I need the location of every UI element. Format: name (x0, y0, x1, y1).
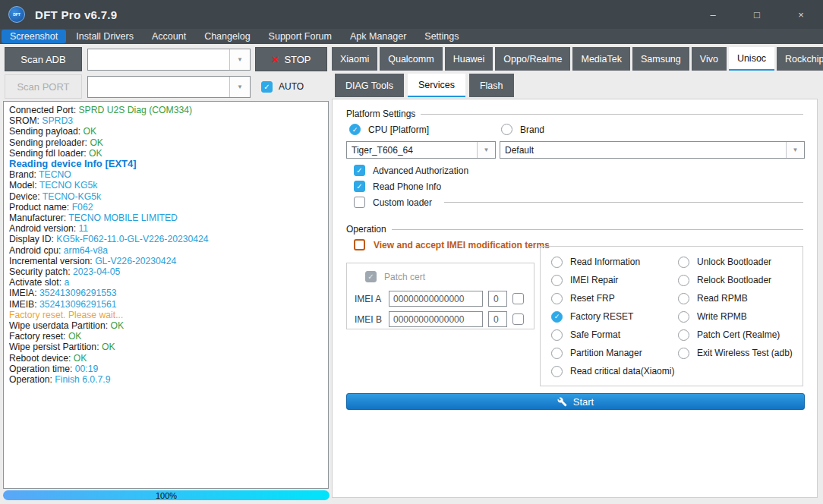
cpu-platform-radio[interactable] (349, 124, 361, 135)
operation-radio[interactable] (551, 257, 563, 268)
auto-checkbox-row[interactable]: AUTO (261, 81, 304, 93)
brand-tab[interactable]: Unisoc (729, 47, 774, 71)
operation-radio[interactable] (551, 311, 563, 323)
imei-count-input[interactable] (488, 291, 507, 307)
platform-settings-group: Platform Settings (346, 109, 803, 119)
checkbox-row[interactable]: Advanced Authorization (354, 162, 803, 178)
checkbox[interactable] (354, 197, 365, 208)
operation-radio-row[interactable]: Read critical data(Xiaomi) (551, 362, 674, 380)
log-line: Sending fdl loader: OK (9, 148, 323, 159)
start-button[interactable]: Start (346, 393, 805, 410)
cpu-platform-radio-row[interactable]: CPU [Platform] (349, 124, 429, 135)
brand-radio-row[interactable]: Brand (501, 124, 544, 135)
operation-radio-row[interactable]: Read RPMB (678, 289, 793, 307)
operation-radio[interactable] (678, 311, 689, 323)
patch-cert-checkbox[interactable] (365, 271, 377, 282)
log-line-label: Android version: (9, 223, 78, 234)
menu-item[interactable]: Apk Manager (342, 30, 415, 43)
log-line-label: Operation time: (9, 364, 75, 374)
operation-radio-row[interactable]: IMEI Repair (551, 271, 674, 289)
platform-settings-title: Platform Settings (346, 109, 421, 119)
sub-tab[interactable]: Services (408, 74, 465, 97)
port-combo[interactable]: ▼ (87, 76, 251, 98)
brand-tab[interactable]: Rockchip (777, 47, 823, 71)
brand-tab[interactable]: Xiaomi (332, 47, 377, 71)
operation-radio-row[interactable]: Safe Format (551, 326, 674, 344)
brand-tab[interactable]: Vivo (692, 47, 727, 71)
scan-port-button[interactable]: Scan PORT (5, 74, 82, 99)
checkbox-row[interactable]: Custom loader (354, 194, 803, 210)
brand-tab[interactable]: MediaTek (572, 47, 630, 71)
log-line: Product name: F062 (9, 202, 323, 213)
port-combo-value (88, 77, 229, 97)
log-line-value: KG5k-F062-11.0-GL-V226-20230424 (56, 234, 208, 244)
imei-input[interactable] (389, 291, 483, 307)
log-line-label: Product name: (9, 202, 72, 213)
close-icon[interactable]: × (779, 0, 823, 29)
log-line: Display ID: KG5k-F062-11.0-GL-V226-20230… (9, 234, 323, 244)
operation-radio-row[interactable]: Exit Wireless Test (adb) (678, 344, 793, 362)
log-panel[interactable]: Connected Port: SPRD U2S Diag (COM334)SR… (3, 101, 329, 489)
imei-terms-row[interactable]: View and accept IMEI modification terms (354, 239, 550, 250)
auto-checkbox[interactable] (261, 81, 273, 93)
chevron-down-icon[interactable]: ▼ (229, 77, 250, 97)
scan-adb-button[interactable]: Scan ADB (5, 47, 82, 71)
log-line-label: Model: (9, 180, 39, 191)
imei-checkbox[interactable] (512, 313, 524, 325)
imei-checkbox[interactable] (512, 293, 524, 304)
imei-input[interactable] (389, 311, 483, 327)
menu-item[interactable]: Support Forum (260, 30, 340, 43)
brand-radio[interactable] (501, 124, 512, 135)
patch-cert-row[interactable]: Patch cert (365, 271, 425, 282)
operation-radio-row[interactable]: Write RPMB (678, 307, 793, 326)
menu-item[interactable]: Settings (416, 30, 467, 43)
operation-radio-row[interactable]: Relock Bootloader (678, 271, 793, 289)
operation-radio[interactable] (678, 257, 689, 268)
menu-item[interactable]: Changelog (196, 30, 258, 43)
menu-item[interactable]: Install Drivers (68, 30, 142, 43)
brand-combo[interactable]: Default ▼ (500, 141, 805, 159)
operation-radio-row[interactable]: Unlock Bootloader (678, 253, 793, 271)
operation-radio-row[interactable]: Factory RESET (551, 307, 674, 326)
checkbox-row[interactable]: Read Phone Info (354, 178, 803, 194)
operation-radio[interactable] (551, 348, 563, 359)
operation-radio-label: Relock Bootloader (697, 275, 771, 285)
operation-radio-row[interactable]: Reset FRP (551, 289, 674, 307)
brand-tab[interactable]: Samsung (632, 47, 689, 71)
imei-terms-checkbox[interactable] (354, 239, 365, 250)
log-line: Security patch: 2023-04-05 (9, 266, 323, 277)
cpu-platform-combo[interactable]: Tiger_T606_64 ▼ (346, 141, 496, 159)
sub-tab[interactable]: DIAG Tools (335, 74, 404, 97)
operation-radio[interactable] (551, 329, 563, 341)
maximize-icon[interactable]: □ (735, 0, 779, 29)
brand-tab[interactable]: Qualcomm (380, 47, 442, 71)
patch-cert-box: Patch cert IMEI A IMEI B (346, 263, 534, 329)
operation-radio-row[interactable]: Patch Cert (Realme) (678, 326, 793, 344)
chevron-down-icon[interactable]: ▼ (786, 142, 804, 158)
imei-count-input[interactable] (488, 311, 507, 327)
adb-device-combo[interactable]: ▼ (87, 49, 251, 71)
menu-item[interactable]: Screenshot (2, 30, 66, 43)
operation-radio-row[interactable]: Read Information (551, 253, 674, 271)
operation-radio-row[interactable]: Partition Manager (551, 344, 674, 362)
log-line: Connected Port: SPRD U2S Diag (COM334) (9, 105, 323, 115)
brand-tab[interactable]: Huawei (445, 47, 493, 71)
minimize-icon[interactable]: – (691, 0, 735, 29)
sub-tab[interactable]: Flash (469, 74, 514, 97)
operation-radio[interactable] (678, 275, 689, 286)
operation-radio[interactable] (551, 293, 563, 304)
operation-radio[interactable] (678, 293, 689, 304)
chevron-down-icon[interactable]: ▼ (229, 49, 250, 70)
auto-label: AUTO (279, 81, 304, 92)
operation-radio[interactable] (551, 275, 563, 286)
menu-item[interactable]: Account (143, 30, 194, 43)
checkbox[interactable] (354, 181, 365, 192)
log-line: Android version: 11 (9, 223, 323, 234)
operation-radio[interactable] (678, 329, 689, 341)
operation-radio[interactable] (551, 366, 563, 377)
checkbox[interactable] (354, 165, 365, 176)
chevron-down-icon[interactable]: ▼ (477, 142, 495, 158)
stop-button[interactable]: × STOP (255, 47, 327, 71)
operation-radio[interactable] (678, 348, 689, 359)
brand-tab[interactable]: Oppo/Realme (495, 47, 570, 71)
